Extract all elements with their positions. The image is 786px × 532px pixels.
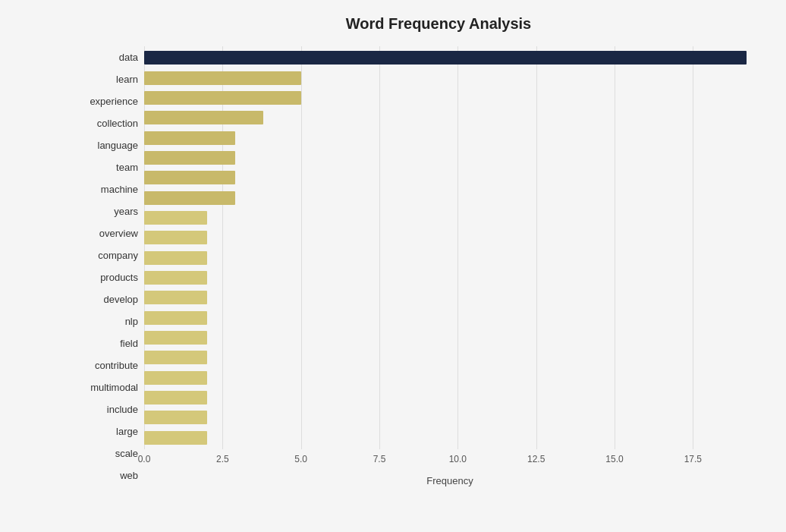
bar: [144, 271, 207, 285]
bar: [144, 71, 301, 85]
x-axis-labels: 0.02.55.07.510.012.515.017.5: [144, 454, 756, 469]
bar-row: [144, 288, 756, 307]
y-label: scale: [76, 444, 138, 464]
y-label: team: [76, 158, 138, 178]
y-label: web: [76, 466, 138, 486]
bar: [144, 411, 207, 424]
y-label: years: [76, 202, 138, 222]
y-label: large: [76, 422, 138, 442]
bar: [144, 251, 207, 265]
x-tick-label: 5.0: [294, 454, 307, 464]
bar: [144, 151, 235, 165]
plot-area: 0.02.55.07.510.012.515.017.5 Frequency: [144, 46, 756, 486]
chart-title: Word Frequency Analysis: [121, 15, 756, 33]
x-tick-label: 10.0: [449, 454, 467, 464]
bar-row: [144, 368, 756, 388]
y-label: company: [76, 246, 138, 266]
y-label: nlp: [76, 312, 138, 332]
bar: [144, 171, 235, 184]
bar: [144, 231, 207, 244]
x-axis-title: Frequency: [144, 475, 756, 486]
chart-container: Word Frequency Analysis datalearnexperie…: [0, 0, 786, 532]
bar: [144, 291, 207, 304]
bar: [144, 91, 301, 105]
bar-row: [144, 308, 756, 328]
bar-row: [144, 188, 756, 208]
y-label: data: [76, 48, 138, 68]
bar-row: [144, 108, 756, 127]
y-label: field: [76, 334, 138, 354]
bar: [144, 371, 207, 385]
y-label: products: [76, 268, 138, 288]
y-label: language: [76, 136, 138, 156]
bar-row: [144, 128, 756, 148]
y-label: develop: [76, 290, 138, 310]
bar-row: [144, 68, 756, 88]
bar: [144, 191, 235, 205]
bar: [144, 51, 747, 65]
bar-row: [144, 168, 756, 187]
y-label: multimodal: [76, 378, 138, 398]
x-tick-label: 12.5: [527, 454, 545, 464]
bar-row: [144, 248, 756, 268]
chart-area: datalearnexperiencecollectionlanguagetea…: [76, 46, 756, 486]
bars-container: [144, 46, 756, 449]
x-tick-label: 2.5: [216, 454, 229, 464]
bar: [144, 351, 207, 364]
x-tick-label: 15.0: [605, 454, 623, 464]
y-label: contribute: [76, 356, 138, 376]
x-tick-label: 7.5: [373, 454, 386, 464]
grid-and-bars: [144, 46, 756, 449]
bar-row: [144, 88, 756, 108]
bar: [144, 131, 235, 145]
bar-row: [144, 428, 756, 448]
bar-row: [144, 328, 756, 348]
bar-row: [144, 388, 756, 408]
y-label: overview: [76, 224, 138, 244]
bar: [144, 331, 207, 345]
bar-row: [144, 208, 756, 228]
x-tick-label: 17.5: [684, 454, 702, 464]
x-tick-label: 0.0: [138, 454, 151, 464]
y-label: machine: [76, 180, 138, 200]
y-label: include: [76, 400, 138, 420]
bar: [144, 211, 207, 225]
y-label: learn: [76, 70, 138, 90]
y-axis-labels: datalearnexperiencecollectionlanguagetea…: [76, 46, 144, 486]
bar-row: [144, 48, 756, 68]
y-label: experience: [76, 92, 138, 112]
bar-row: [144, 268, 756, 288]
bar-row: [144, 348, 756, 367]
bar: [144, 431, 207, 445]
bar-row: [144, 228, 756, 247]
y-label: collection: [76, 114, 138, 134]
bar: [144, 311, 207, 325]
bar-row: [144, 148, 756, 168]
bar: [144, 391, 207, 405]
bar-row: [144, 408, 756, 427]
bar: [144, 111, 263, 124]
